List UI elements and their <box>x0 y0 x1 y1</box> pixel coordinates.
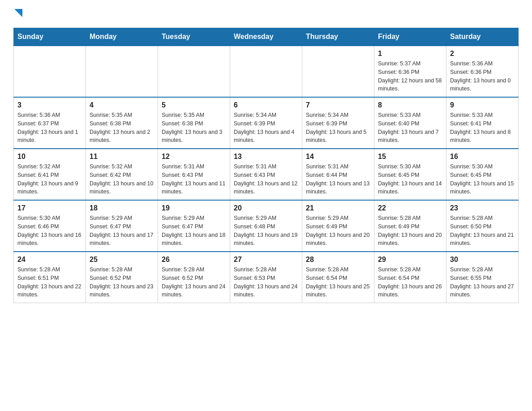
day-number: 11 <box>90 153 154 161</box>
weekday-header-saturday: Saturday <box>446 28 519 46</box>
day-info: Sunrise: 5:31 AM Sunset: 6:43 PM Dayligh… <box>234 163 298 196</box>
day-number: 12 <box>162 153 226 161</box>
day-info: Sunrise: 5:30 AM Sunset: 6:45 PM Dayligh… <box>450 163 515 196</box>
day-info: Sunrise: 5:29 AM Sunset: 6:48 PM Dayligh… <box>234 214 298 248</box>
day-info: Sunrise: 5:34 AM Sunset: 6:39 PM Dayligh… <box>234 111 298 145</box>
day-info: Sunrise: 5:31 AM Sunset: 6:44 PM Dayligh… <box>306 163 370 196</box>
calendar-cell: 18Sunrise: 5:29 AM Sunset: 6:47 PM Dayli… <box>86 200 158 252</box>
calendar-cell: 19Sunrise: 5:29 AM Sunset: 6:47 PM Dayli… <box>158 200 230 252</box>
calendar-cell <box>158 46 230 97</box>
calendar-cell: 10Sunrise: 5:32 AM Sunset: 6:41 PM Dayli… <box>14 149 86 200</box>
day-info: Sunrise: 5:28 AM Sunset: 6:53 PM Dayligh… <box>234 265 298 299</box>
day-number: 17 <box>17 204 82 212</box>
day-info: Sunrise: 5:33 AM Sunset: 6:40 PM Dayligh… <box>378 111 442 145</box>
day-info: Sunrise: 5:28 AM Sunset: 6:49 PM Dayligh… <box>378 214 442 248</box>
day-info: Sunrise: 5:32 AM Sunset: 6:42 PM Dayligh… <box>90 163 154 196</box>
calendar-cell: 23Sunrise: 5:28 AM Sunset: 6:50 PM Dayli… <box>446 200 519 252</box>
day-info: Sunrise: 5:34 AM Sunset: 6:39 PM Dayligh… <box>306 111 370 145</box>
calendar-cell <box>14 46 86 97</box>
day-number: 9 <box>450 101 515 109</box>
day-info: Sunrise: 5:36 AM Sunset: 6:36 PM Dayligh… <box>450 60 515 93</box>
day-info: Sunrise: 5:28 AM Sunset: 6:51 PM Dayligh… <box>17 265 82 299</box>
day-info: Sunrise: 5:29 AM Sunset: 6:47 PM Dayligh… <box>90 214 154 248</box>
svg-marker-0 <box>14 9 22 17</box>
day-info: Sunrise: 5:37 AM Sunset: 6:36 PM Dayligh… <box>378 60 442 93</box>
day-number: 10 <box>17 153 82 161</box>
calendar-cell: 7Sunrise: 5:34 AM Sunset: 6:39 PM Daylig… <box>302 97 374 149</box>
weekday-header-thursday: Thursday <box>302 28 374 46</box>
day-number: 18 <box>90 204 154 212</box>
day-number: 7 <box>306 101 370 109</box>
weekday-header-sunday: Sunday <box>14 28 86 46</box>
day-info: Sunrise: 5:28 AM Sunset: 6:54 PM Dayligh… <box>378 265 442 299</box>
calendar-cell: 21Sunrise: 5:29 AM Sunset: 6:49 PM Dayli… <box>302 200 374 252</box>
calendar-week-5: 24Sunrise: 5:28 AM Sunset: 6:51 PM Dayli… <box>14 252 519 303</box>
day-number: 5 <box>162 101 226 109</box>
day-number: 2 <box>450 50 515 58</box>
calendar-cell: 14Sunrise: 5:31 AM Sunset: 6:44 PM Dayli… <box>302 149 374 200</box>
calendar-cell: 8Sunrise: 5:33 AM Sunset: 6:40 PM Daylig… <box>374 97 446 149</box>
day-number: 26 <box>162 256 226 264</box>
calendar-cell: 17Sunrise: 5:30 AM Sunset: 6:46 PM Dayli… <box>14 200 86 252</box>
day-info: Sunrise: 5:28 AM Sunset: 6:52 PM Dayligh… <box>90 265 154 299</box>
calendar-cell: 29Sunrise: 5:28 AM Sunset: 6:54 PM Dayli… <box>374 252 446 303</box>
calendar-cell <box>302 46 374 97</box>
weekday-header-monday: Monday <box>86 28 158 46</box>
day-info: Sunrise: 5:28 AM Sunset: 6:52 PM Dayligh… <box>162 265 226 299</box>
calendar-cell: 15Sunrise: 5:30 AM Sunset: 6:45 PM Dayli… <box>374 149 446 200</box>
calendar-cell: 22Sunrise: 5:28 AM Sunset: 6:49 PM Dayli… <box>374 200 446 252</box>
day-number: 6 <box>234 101 298 109</box>
calendar-cell: 20Sunrise: 5:29 AM Sunset: 6:48 PM Dayli… <box>230 200 302 252</box>
calendar-cell: 11Sunrise: 5:32 AM Sunset: 6:42 PM Dayli… <box>86 149 158 200</box>
calendar-cell: 1Sunrise: 5:37 AM Sunset: 6:36 PM Daylig… <box>374 46 446 97</box>
day-number: 3 <box>17 101 82 109</box>
calendar-cell: 6Sunrise: 5:34 AM Sunset: 6:39 PM Daylig… <box>230 97 302 149</box>
logo-arrow-icon <box>14 9 22 19</box>
day-info: Sunrise: 5:36 AM Sunset: 6:37 PM Dayligh… <box>17 111 82 145</box>
calendar-cell: 4Sunrise: 5:35 AM Sunset: 6:38 PM Daylig… <box>86 97 158 149</box>
day-number: 24 <box>17 256 82 264</box>
calendar-cell: 25Sunrise: 5:28 AM Sunset: 6:52 PM Dayli… <box>86 252 158 303</box>
day-number: 15 <box>378 153 442 161</box>
day-info: Sunrise: 5:35 AM Sunset: 6:38 PM Dayligh… <box>90 111 154 145</box>
calendar-cell <box>230 46 302 97</box>
day-number: 25 <box>90 256 154 264</box>
day-info: Sunrise: 5:31 AM Sunset: 6:43 PM Dayligh… <box>162 163 226 196</box>
calendar-week-1: 1Sunrise: 5:37 AM Sunset: 6:36 PM Daylig… <box>14 46 519 97</box>
weekday-header-row: SundayMondayTuesdayWednesdayThursdayFrid… <box>14 28 519 46</box>
calendar-cell: 13Sunrise: 5:31 AM Sunset: 6:43 PM Dayli… <box>230 149 302 200</box>
calendar-cell <box>86 46 158 97</box>
calendar-table: SundayMondayTuesdayWednesdayThursdayFrid… <box>13 28 519 303</box>
calendar-cell: 12Sunrise: 5:31 AM Sunset: 6:43 PM Dayli… <box>158 149 230 200</box>
day-info: Sunrise: 5:35 AM Sunset: 6:38 PM Dayligh… <box>162 111 226 145</box>
day-number: 21 <box>306 204 370 212</box>
day-number: 4 <box>90 101 154 109</box>
day-info: Sunrise: 5:32 AM Sunset: 6:41 PM Dayligh… <box>17 163 82 196</box>
calendar-cell: 3Sunrise: 5:36 AM Sunset: 6:37 PM Daylig… <box>14 97 86 149</box>
logo <box>13 9 22 19</box>
calendar-cell: 24Sunrise: 5:28 AM Sunset: 6:51 PM Dayli… <box>14 252 86 303</box>
calendar-cell: 27Sunrise: 5:28 AM Sunset: 6:53 PM Dayli… <box>230 252 302 303</box>
day-number: 29 <box>378 256 442 264</box>
day-info: Sunrise: 5:28 AM Sunset: 6:55 PM Dayligh… <box>450 265 515 299</box>
day-number: 13 <box>234 153 298 161</box>
day-number: 27 <box>234 256 298 264</box>
day-number: 22 <box>378 204 442 212</box>
calendar-cell: 30Sunrise: 5:28 AM Sunset: 6:55 PM Dayli… <box>446 252 519 303</box>
day-info: Sunrise: 5:30 AM Sunset: 6:45 PM Dayligh… <box>378 163 442 196</box>
day-info: Sunrise: 5:28 AM Sunset: 6:54 PM Dayligh… <box>306 265 370 299</box>
calendar-cell: 5Sunrise: 5:35 AM Sunset: 6:38 PM Daylig… <box>158 97 230 149</box>
calendar-week-3: 10Sunrise: 5:32 AM Sunset: 6:41 PM Dayli… <box>14 149 519 200</box>
day-info: Sunrise: 5:29 AM Sunset: 6:47 PM Dayligh… <box>162 214 226 248</box>
weekday-header-friday: Friday <box>374 28 446 46</box>
day-number: 28 <box>306 256 370 264</box>
day-number: 14 <box>306 153 370 161</box>
day-number: 30 <box>450 256 515 264</box>
calendar-cell: 28Sunrise: 5:28 AM Sunset: 6:54 PM Dayli… <box>302 252 374 303</box>
day-number: 19 <box>162 204 226 212</box>
day-info: Sunrise: 5:28 AM Sunset: 6:50 PM Dayligh… <box>450 214 515 248</box>
calendar-cell: 16Sunrise: 5:30 AM Sunset: 6:45 PM Dayli… <box>446 149 519 200</box>
calendar-cell: 2Sunrise: 5:36 AM Sunset: 6:36 PM Daylig… <box>446 46 519 97</box>
day-number: 20 <box>234 204 298 212</box>
day-number: 16 <box>450 153 515 161</box>
